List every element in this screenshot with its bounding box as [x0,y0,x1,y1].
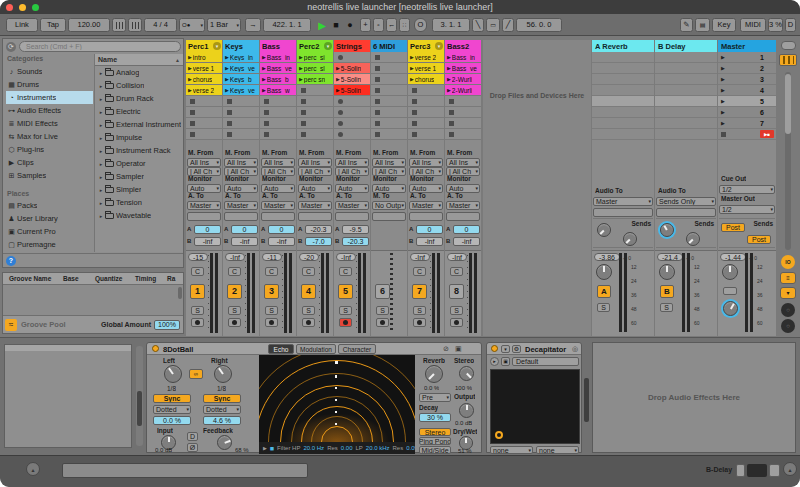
scene-4[interactable]: ▶4 [718,85,776,96]
arm-button[interactable] [413,318,426,327]
loop-length-field[interactable]: 56. 0. 0 [516,18,562,32]
plugin-window-icon[interactable]: ◎ [572,345,578,353]
clip-slot[interactable] [297,118,333,129]
refresh-icon[interactable]: ⟳ [6,42,16,52]
send-b-value[interactable]: -inf [194,237,221,246]
track-activator[interactable]: 6 [375,284,390,299]
mid-side-button[interactable]: Mid/Side [419,446,451,454]
track-activator[interactable]: 2 [227,284,242,299]
clip-slot[interactable]: ▶Keys_ve [223,85,259,96]
audio-to-select[interactable]: Sends Only [656,197,716,206]
monitor-select[interactable]: Auto [298,184,332,193]
send-a-value[interactable]: 0 [231,225,258,234]
input-value[interactable]: 0.0 dB [155,447,172,453]
scene-play-icon[interactable]: ▶ [721,87,725,93]
res2-value[interactable]: 0.09 [406,445,415,451]
clip-slot[interactable]: ▶perc sn [297,74,333,85]
browser-item-impulse[interactable]: ▸Impulse [95,131,183,144]
arm-button[interactable] [450,318,463,327]
clip-slot[interactable] [371,74,407,85]
place-item-packs[interactable]: ▤Packs [6,199,93,212]
pan-knob[interactable] [596,264,612,280]
channel-select[interactable]: | All Ch [372,167,406,176]
solo-button[interactable]: S [376,306,389,315]
empty-slot-row[interactable] [655,85,717,96]
groove-col-timing[interactable]: Timing [135,275,167,282]
clip-slot[interactable] [371,63,407,74]
scene-3[interactable]: ▶3 [718,74,776,85]
clip-play-icon[interactable]: ▶ [299,65,303,71]
session-record-button[interactable]: O [414,18,427,32]
pan-knob[interactable] [659,264,675,280]
send-a-value[interactable]: 0 [453,225,480,234]
record-button[interactable]: ● [344,18,356,32]
browser-item-operator[interactable]: ▸Operator [95,157,183,170]
ducking-button[interactable]: D [187,432,198,441]
clip-slot[interactable] [371,118,407,129]
browser-item-drum-rack[interactable]: ▸Drum Rack [95,92,183,105]
scene-play-icon[interactable]: ▶ [721,76,725,82]
clip-slot[interactable] [260,107,296,118]
browser-item-external-instrument[interactable]: ▸External Instrument [95,118,183,131]
quantization-select[interactable]: 1 Bar [207,18,241,32]
draw-mode-button[interactable]: ✎ [680,18,693,32]
returns-section-toggle[interactable]: ▾ [780,287,796,299]
info-view-toggle-icon[interactable]: ▴ [26,462,40,476]
clip-slot[interactable] [260,129,296,140]
stereo-link-icon[interactable]: ∞ [189,369,203,379]
solo-button[interactable]: S [191,306,204,315]
res1-value[interactable]: 0.00 [341,445,353,451]
volume-value[interactable]: -11 [262,253,282,261]
offset-right-value[interactable]: 4.6 % [203,416,241,425]
arm-button[interactable] [376,318,389,327]
track-activator[interactable]: 7 [412,284,427,299]
right-delay-knob[interactable] [214,365,232,383]
device-divider-handle[interactable] [584,378,589,422]
output-value[interactable]: 0.0 dB [455,420,472,426]
volume-value[interactable]: -15 [188,253,208,261]
clip-slot[interactable] [297,96,333,107]
monitor-select[interactable]: Auto [261,184,295,193]
arm-button[interactable] [265,318,278,327]
sidebar-item-samples[interactable]: ⊞Samples [6,169,93,182]
return-activator[interactable]: B [660,285,674,298]
empty-slot-row[interactable] [655,52,717,63]
scene-2[interactable]: ▶2 [718,63,776,74]
clip-play-icon[interactable]: ▶ [447,87,451,93]
session-drop-zone[interactable]: Drop Files and Devices Here [483,40,591,336]
clip-play-icon[interactable]: ▶ [262,54,266,60]
output-select[interactable]: Master [187,201,221,210]
output-select[interactable]: Master [409,201,443,210]
clip-slot[interactable] [408,118,444,129]
loop-start-field[interactable]: 3. 1. 1 [432,18,470,32]
clip-play-icon[interactable]: ▶ [447,76,451,82]
clip-play-icon[interactable]: ▶ [299,76,303,82]
solo-button[interactable]: S [450,306,463,315]
input-select[interactable]: All Ins [335,158,369,167]
pan-control[interactable]: C [191,267,204,276]
offset-left-value[interactable]: 0.0 % [153,416,191,425]
track-delay-value-field[interactable] [747,464,767,477]
arrangement-position-field[interactable]: 422. 1. 1 [263,18,311,32]
sidebar-item-plug-ins[interactable]: ⬡Plug-ins [6,143,93,156]
expand-arrow-icon[interactable]: ▸ [97,200,105,206]
monitor-select[interactable]: Auto [446,184,480,193]
clip-slot[interactable]: ▶Bass_ve [260,63,296,74]
solo-button[interactable]: S [660,303,673,312]
clip-slot[interactable] [334,129,370,140]
groove-col-groove-name[interactable]: Groove Name [3,275,63,282]
filter-play-icon[interactable]: ▶ [263,445,267,451]
clip-slot[interactable] [223,129,259,140]
phase-button[interactable]: Ø [187,443,198,452]
clip-slot[interactable] [186,96,222,107]
track-header-strings[interactable]: Strings [334,40,370,52]
device-on-led[interactable] [152,345,159,352]
clip-play-icon[interactable]: ▶ [225,76,229,82]
post-a-button[interactable]: Post [721,223,745,232]
groove-col-ra[interactable]: Ra [167,275,183,282]
clip-slot[interactable]: ▶perc_sl [297,63,333,74]
output-select[interactable]: No Outp [372,201,406,210]
clip-play-icon[interactable]: ▶ [410,65,414,71]
clip-play-icon[interactable]: ▶ [225,65,229,71]
empty-slot-row[interactable] [655,118,717,129]
